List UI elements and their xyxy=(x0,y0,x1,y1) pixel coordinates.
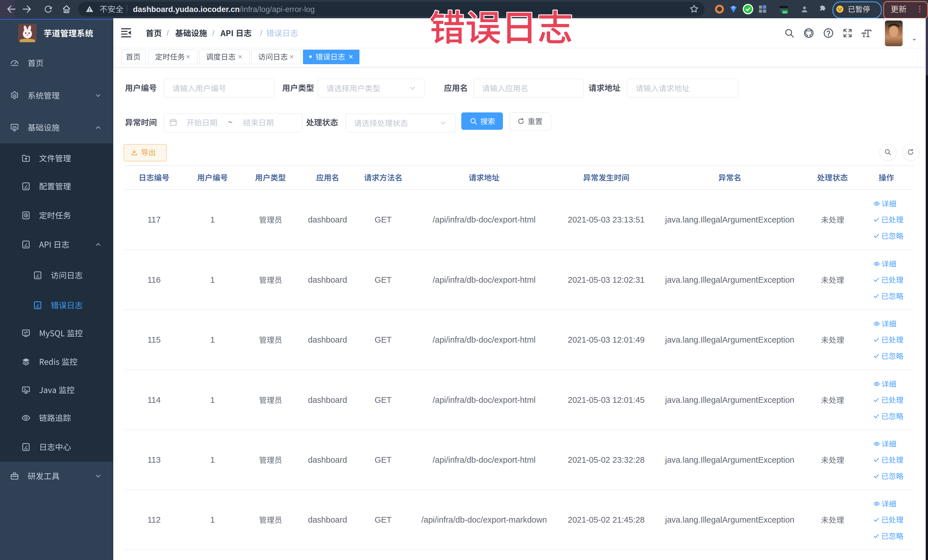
svg-text:on: on xyxy=(783,10,787,14)
